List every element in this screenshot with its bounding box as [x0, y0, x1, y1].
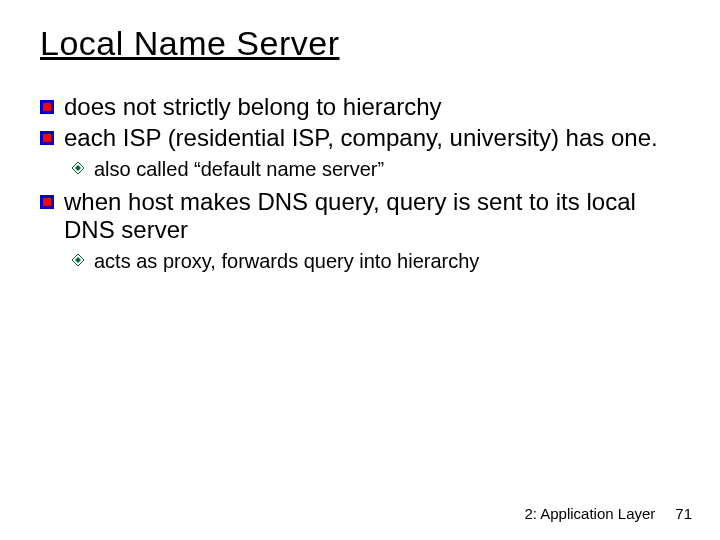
slide: Local Name Server does not strictly belo… — [0, 0, 720, 540]
page-number: 71 — [675, 505, 692, 522]
sub-bullet-item: acts as proxy, forwards query into hiera… — [72, 248, 680, 274]
slide-footer: 2: Application Layer 71 — [524, 505, 692, 522]
bullet-text: when host makes DNS query, query is sent… — [64, 188, 680, 246]
square-bullet-icon — [40, 100, 54, 114]
svg-marker-1 — [75, 165, 81, 171]
sub-bullet-text: also called “default name server” — [94, 156, 680, 182]
diamond-bullet-icon — [72, 162, 84, 174]
footer-section: 2: Application Layer — [524, 505, 655, 522]
bullet-item: does not strictly belong to hierarchy — [40, 93, 680, 122]
svg-marker-3 — [75, 257, 81, 263]
square-bullet-icon — [40, 195, 54, 209]
sub-bullet-item: also called “default name server” — [72, 156, 680, 182]
diamond-bullet-icon — [72, 254, 84, 266]
square-bullet-icon — [40, 131, 54, 145]
bullet-item: when host makes DNS query, query is sent… — [40, 188, 680, 246]
bullet-text: each ISP (residential ISP, company, univ… — [64, 124, 680, 153]
slide-title: Local Name Server — [40, 24, 680, 63]
sub-bullet-text: acts as proxy, forwards query into hiera… — [94, 248, 680, 274]
bullet-item: each ISP (residential ISP, company, univ… — [40, 124, 680, 153]
bullet-text: does not strictly belong to hierarchy — [64, 93, 680, 122]
